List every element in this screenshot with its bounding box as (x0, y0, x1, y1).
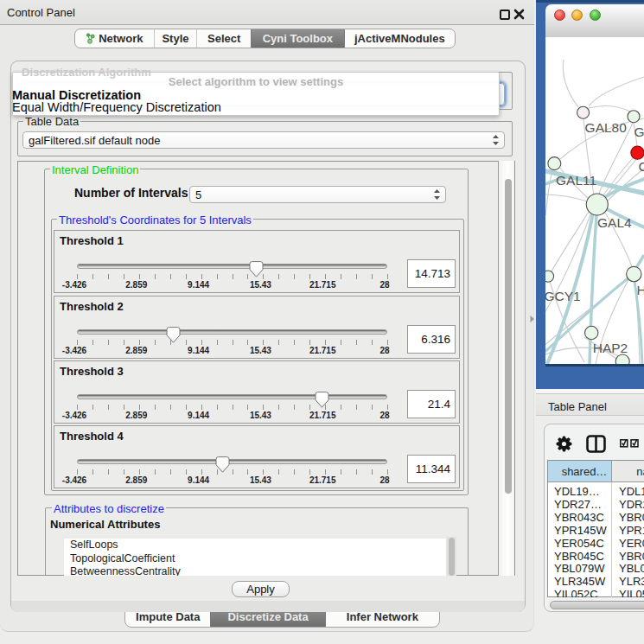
svg-text:C: C (639, 159, 644, 174)
svg-text:GAL4: GAL4 (597, 215, 632, 230)
svg-text:GAL11: GAL11 (556, 173, 596, 188)
svg-text:G.: G. (634, 124, 644, 139)
svg-text:HAP2: HAP2 (593, 341, 628, 355)
svg-text:GCY1: GCY1 (545, 289, 581, 303)
svg-text:GAL80: GAL80 (585, 120, 628, 135)
svg-text:H: H (636, 283, 644, 297)
